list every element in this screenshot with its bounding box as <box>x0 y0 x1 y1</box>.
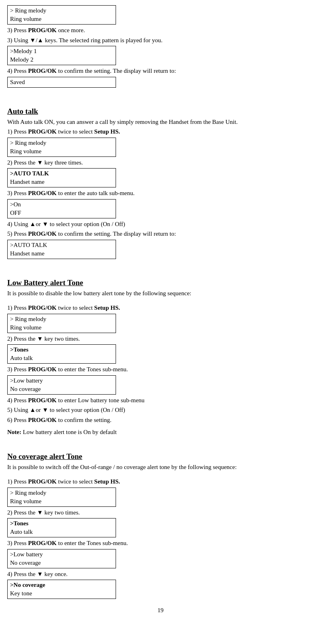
nocoverage-step3: 3) Press PROG/OK to enter the Tones sub-… <box>7 539 314 548</box>
nocoverage-step2: 2) Press the ▼ key two times. <box>7 508 314 517</box>
display-line2: Ring volume <box>10 15 113 23</box>
lowbattery-step2: 2) Press the ▼ key two times. <box>7 334 314 344</box>
lowbattery-step4: 4) Press PROG/OK to enter Low battery to… <box>7 396 314 405</box>
autotalk-heading: Auto talk <box>7 107 314 116</box>
autotalk-step2: 2) Press the ▼ key three times. <box>7 158 314 167</box>
display-line2: Handset name <box>10 178 113 186</box>
display-box-ring-melody-top: > Ring melody Ring volume <box>7 5 116 25</box>
lowbattery-section: Low Battery alert Tone It is possible to… <box>7 278 314 437</box>
display-line2: No coverage <box>10 385 113 393</box>
display-line2: Handset name <box>10 249 113 258</box>
step4: 4) Press PROG/OK to confirm the setting.… <box>7 66 314 76</box>
autotalk-step5: 5) Press PROG/OK to confirm the setting.… <box>7 229 314 239</box>
display-line1: > Ring melody <box>10 315 113 323</box>
display-line2: Ring volume <box>10 497 113 506</box>
display-line2: OFF <box>10 209 113 217</box>
display-line1: Saved <box>10 78 113 86</box>
step3a: 3) Press PROG/OK once more. <box>7 26 314 35</box>
display-line1: >On <box>10 200 113 209</box>
display-box-autotalk-return: >AUTO TALK Handset name <box>7 240 116 259</box>
display-line2: Ring volume <box>10 147 113 156</box>
page-number: 19 <box>7 607 314 614</box>
top-section: > Ring melody Ring volume 3) Press PROG/… <box>7 5 314 88</box>
display-line2: No coverage <box>10 559 113 567</box>
lowbattery-note: Note: Low battery alert tone is On by de… <box>7 428 314 437</box>
display-box-melody: >Melody 1 Melody 2 <box>7 46 116 65</box>
display-box-ring-lowbatt: > Ring melody Ring volume <box>7 314 116 333</box>
display-line2: Melody 2 <box>10 56 113 64</box>
lowbattery-intro: It is possible to disable the low batter… <box>7 289 314 298</box>
autotalk-step1: 1) Press PROG/OK twice to select Setup H… <box>7 127 314 136</box>
nocoverage-intro: It is possible to switch off the Out-of-… <box>7 463 314 472</box>
display-line1: >AUTO TALK <box>10 169 113 178</box>
display-box-tones-nocov: >Tones Auto talk <box>7 518 116 537</box>
display-box-ring-autotalk: > Ring melody Ring volume <box>7 138 116 157</box>
lowbattery-step6: 6) Press PROG/OK to confirm the setting. <box>7 416 314 425</box>
display-line1: >AUTO TALK <box>10 241 113 249</box>
display-line1: > Ring melody <box>10 489 113 497</box>
display-line2: Ring volume <box>10 323 113 332</box>
nocoverage-step1: 1) Press PROG/OK twice to select Setup H… <box>7 477 314 486</box>
display-line1: > Ring melody <box>10 6 113 15</box>
display-line1: >Tones <box>10 346 113 354</box>
display-box-saved: Saved <box>7 77 116 88</box>
nocoverage-section: No coverage alert Tone It is possible to… <box>7 452 314 599</box>
autotalk-step4: 4) Using ▲or ▼ to select your option (On… <box>7 220 314 229</box>
display-box-lowbatt-nocov: >Low battery No coverage <box>7 549 116 568</box>
nocoverage-step4: 4) Press the ▼ key once. <box>7 570 314 579</box>
display-line2: Auto talk <box>10 354 113 362</box>
display-box-onoff: >On OFF <box>7 199 116 218</box>
step3b: 3) Using ▼/▲ keys. The selected ring pat… <box>7 36 314 45</box>
nocoverage-heading: No coverage alert Tone <box>7 452 314 461</box>
display-box-lowbatt-submenu: >Low battery No coverage <box>7 375 116 395</box>
autotalk-step3: 3) Press PROG/OK to enter the auto talk … <box>7 189 314 198</box>
display-line1: >Melody 1 <box>10 47 113 56</box>
display-line1: >Low battery <box>10 550 113 559</box>
display-line2: Key tone <box>10 589 113 598</box>
lowbattery-step3: 3) Press PROG/OK to enter the Tones sub-… <box>7 365 314 374</box>
display-line1: >Tones <box>10 519 113 528</box>
display-line1: > Ring melody <box>10 139 113 147</box>
autotalk-section: Auto talk With Auto talk ON, you can ans… <box>7 107 314 259</box>
autotalk-intro: With Auto talk ON, you can answer a call… <box>7 117 314 127</box>
lowbattery-heading: Low Battery alert Tone <box>7 278 314 287</box>
lowbattery-step5: 5) Using ▲or ▼ to select your option (On… <box>7 405 314 415</box>
lowbattery-step1: 1) Press PROG/OK twice to select Setup H… <box>7 303 314 313</box>
display-line2: Auto talk <box>10 528 113 536</box>
display-box-ring-nocov: > Ring melody Ring volume <box>7 488 116 507</box>
display-line1: >Low battery <box>10 377 113 385</box>
display-line1: >No coverage <box>10 581 113 589</box>
display-box-autotalk: >AUTO TALK Handset name <box>7 168 116 187</box>
display-box-nocoverage-submenu: >No coverage Key tone <box>7 580 116 599</box>
display-box-tones-lowbatt: >Tones Auto talk <box>7 344 116 364</box>
